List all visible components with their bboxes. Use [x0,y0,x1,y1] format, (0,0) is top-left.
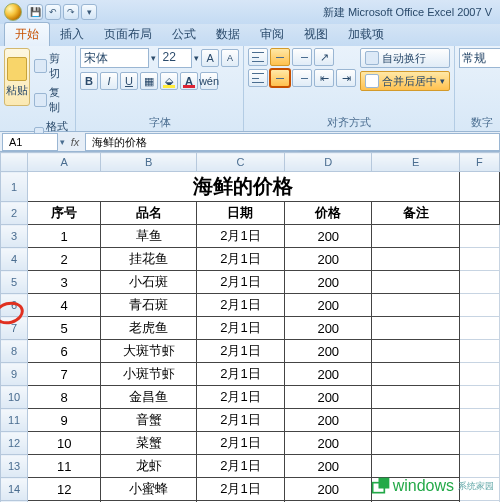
table-row[interactable]: 108金昌鱼2月1日200 [1,386,500,409]
office-button[interactable] [4,3,22,21]
cell[interactable]: 200 [285,317,372,340]
cell[interactable] [459,294,499,317]
cell[interactable]: 小石斑 [101,271,196,294]
tab-insert[interactable]: 插入 [50,23,94,46]
col-header[interactable]: B [101,153,196,172]
cell[interactable]: 小斑节虾 [101,363,196,386]
row-header[interactable]: 7 [1,317,28,340]
cell[interactable]: 2月1日 [196,271,284,294]
table-row[interactable]: 1311龙虾2月1日200 [1,455,500,478]
cell[interactable] [459,340,499,363]
font-name-select[interactable]: 宋体 [80,48,149,68]
cell[interactable]: 200 [285,455,372,478]
align-bottom-button[interactable] [292,48,312,66]
cell[interactable] [372,409,459,432]
cell[interactable] [459,432,499,455]
cell[interactable]: 2月1日 [196,478,284,501]
cell[interactable]: 2月1日 [196,455,284,478]
table-row[interactable]: 119音蟹2月1日200 [1,409,500,432]
cell[interactable]: 8 [28,386,101,409]
shrink-font-button[interactable]: A [221,49,239,67]
cell[interactable] [372,386,459,409]
cell[interactable]: 5 [28,317,101,340]
cell[interactable] [459,225,499,248]
tab-data[interactable]: 数据 [206,23,250,46]
cell[interactable]: 大斑节虾 [101,340,196,363]
paste-button[interactable]: 粘贴 [4,48,30,106]
cell[interactable]: 200 [285,432,372,455]
cell[interactable]: 6 [28,340,101,363]
cell[interactable]: 2月1日 [196,340,284,363]
table-row[interactable]: 42挂花鱼2月1日200 [1,248,500,271]
qat-dropdown-icon[interactable]: ▾ [81,4,97,20]
cell[interactable]: 老虎鱼 [101,317,196,340]
cell[interactable] [459,271,499,294]
cell[interactable]: 草鱼 [101,225,196,248]
col-header[interactable]: C [196,153,284,172]
header-cell[interactable]: 价格 [285,202,372,225]
cell[interactable]: 4 [28,294,101,317]
header-cell[interactable]: 日期 [196,202,284,225]
row-header[interactable]: 2 [1,202,28,225]
cell[interactable]: 1 [28,225,101,248]
cell[interactable] [459,386,499,409]
cell[interactable]: 3 [28,271,101,294]
cell[interactable]: 小蜜蜂 [101,478,196,501]
cell[interactable]: 200 [285,248,372,271]
cell[interactable]: 200 [285,225,372,248]
cell[interactable] [372,271,459,294]
tab-home[interactable]: 开始 [4,22,50,46]
align-right-button[interactable] [292,69,312,87]
row-header[interactable]: 5 [1,271,28,294]
bold-button[interactable]: B [80,72,98,90]
phonetic-button[interactable]: wén [200,72,218,90]
cell[interactable]: 龙虾 [101,455,196,478]
align-middle-button[interactable] [270,48,290,66]
table-row[interactable]: 86大斑节虾2月1日200 [1,340,500,363]
cell[interactable]: 音蟹 [101,409,196,432]
row-header[interactable]: 10 [1,386,28,409]
cell[interactable] [459,409,499,432]
table-row[interactable]: 97小斑节虾2月1日200 [1,363,500,386]
row-header[interactable]: 8 [1,340,28,363]
tab-layout[interactable]: 页面布局 [94,23,162,46]
border-button[interactable]: ▦ [140,72,158,90]
align-top-button[interactable] [248,48,268,66]
font-dropdown-icon[interactable]: ▾ [151,53,156,63]
cell[interactable]: 2月1日 [196,248,284,271]
cell[interactable]: 2月1日 [196,363,284,386]
tab-view[interactable]: 视图 [294,23,338,46]
size-dropdown-icon[interactable]: ▾ [194,53,199,63]
decrease-indent-button[interactable]: ⇤ [314,69,334,87]
col-header[interactable]: A [28,153,101,172]
cell[interactable]: 金昌鱼 [101,386,196,409]
row-header[interactable]: 14 [1,478,28,501]
cell[interactable]: 2月1日 [196,225,284,248]
qat-undo-icon[interactable]: ↶ [45,4,61,20]
underline-button[interactable]: U [120,72,138,90]
cell[interactable]: 200 [285,386,372,409]
cell[interactable]: 2 [28,248,101,271]
number-format-select[interactable]: 常规 [459,48,500,68]
table-row[interactable]: 53小石斑2月1日200 [1,271,500,294]
cell[interactable] [372,225,459,248]
orientation-button[interactable]: ↗ [314,48,334,66]
cell[interactable] [459,363,499,386]
italic-button[interactable]: I [100,72,118,90]
sheet-title-cell[interactable]: 海鲜的价格 [28,172,460,202]
cell[interactable]: 200 [285,340,372,363]
cell[interactable] [372,248,459,271]
column-headers[interactable]: A B C D E F [1,153,500,172]
merge-center-button[interactable]: 合并后居中▾ [360,71,450,91]
formula-input[interactable]: 海鲜的价格 [85,133,500,151]
row-header[interactable]: 11 [1,409,28,432]
cell[interactable]: 2月1日 [196,317,284,340]
fill-color-button[interactable]: ⬙ [160,72,178,90]
tab-formulas[interactable]: 公式 [162,23,206,46]
cell[interactable]: 200 [285,271,372,294]
worksheet-grid[interactable]: A B C D E F 1 海鲜的价格 2 序号 品名 日期 价格 备注 31草… [0,152,500,502]
cell[interactable] [372,294,459,317]
cell[interactable]: 200 [285,478,372,501]
cell[interactable]: 200 [285,409,372,432]
cut-button[interactable]: 剪切 [32,50,71,82]
